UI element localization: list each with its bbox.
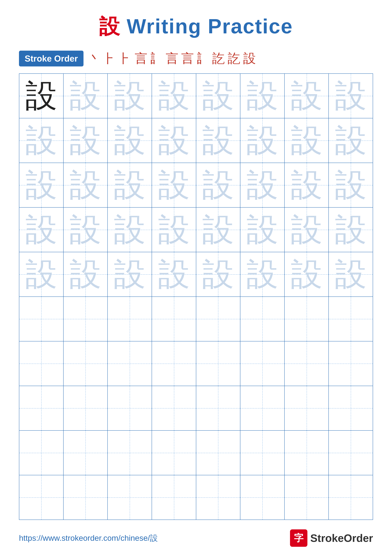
practice-char: 設	[114, 169, 145, 201]
grid-cell[interactable]: 設	[240, 163, 285, 207]
grid-cell[interactable]	[285, 475, 329, 519]
grid-cell[interactable]: 設	[152, 252, 196, 297]
grid-cell[interactable]	[108, 475, 152, 519]
grid-cell[interactable]: 設	[152, 208, 196, 252]
grid-cell[interactable]: 設	[196, 163, 241, 207]
grid-cell[interactable]	[329, 386, 373, 430]
grid-cell[interactable]	[240, 297, 285, 341]
practice-char: 設	[25, 125, 57, 156]
grid-cell[interactable]	[285, 431, 329, 475]
grid-cell[interactable]	[19, 386, 64, 430]
grid-cell[interactable]	[240, 386, 285, 430]
grid-cell[interactable]: 設	[285, 252, 329, 297]
stroke-step: ⺊	[119, 50, 132, 67]
grid-cell[interactable]	[240, 341, 285, 386]
grid-cell[interactable]	[329, 431, 373, 475]
grid-cell[interactable]	[285, 297, 329, 341]
stroke-step: ⺊	[104, 50, 116, 67]
grid-cell[interactable]: 設	[19, 163, 64, 207]
grid-cell[interactable]	[108, 297, 152, 341]
grid-cell[interactable]	[64, 431, 108, 475]
grid-cell[interactable]: 設	[240, 74, 285, 118]
grid-cell[interactable]: 設	[19, 118, 64, 163]
grid-cell[interactable]: 設	[329, 252, 373, 297]
grid-row	[19, 431, 373, 475]
grid-cell[interactable]: 設	[19, 208, 64, 252]
grid-cell[interactable]	[152, 341, 196, 386]
grid-cell[interactable]	[196, 341, 241, 386]
grid-cell[interactable]: 設	[285, 74, 329, 118]
grid-cell[interactable]	[196, 475, 241, 519]
practice-char: 設	[25, 214, 57, 246]
practice-char: 設	[202, 214, 234, 246]
grid-cell[interactable]: 設	[329, 163, 373, 207]
grid-cell[interactable]: 設	[152, 163, 196, 207]
grid-cell[interactable]: 設	[108, 252, 152, 297]
grid-cell[interactable]	[152, 297, 196, 341]
practice-char: 設	[158, 258, 190, 290]
grid-cell[interactable]	[240, 475, 285, 519]
grid-cell[interactable]: 設	[329, 118, 373, 163]
grid-cell[interactable]: 設	[108, 208, 152, 252]
grid-cell[interactable]: 設	[329, 74, 373, 118]
grid-cell[interactable]: 設	[152, 118, 196, 163]
grid-cell[interactable]: 設	[196, 208, 241, 252]
grid-cell[interactable]: 設	[240, 208, 285, 252]
practice-char: 設	[291, 80, 322, 112]
logo-icon: 字	[290, 529, 307, 547]
grid-cell[interactable]	[329, 297, 373, 341]
grid-cell[interactable]: 設	[240, 252, 285, 297]
grid-cell[interactable]	[285, 386, 329, 430]
grid-cell[interactable]	[64, 341, 108, 386]
grid-row	[19, 386, 373, 431]
grid-cell[interactable]	[64, 475, 108, 519]
grid-cell[interactable]: 設	[108, 118, 152, 163]
grid-cell[interactable]	[152, 386, 196, 430]
grid-cell[interactable]: 設	[19, 74, 64, 118]
grid-cell[interactable]	[64, 297, 108, 341]
grid-cell[interactable]	[152, 431, 196, 475]
grid-cell[interactable]: 設	[196, 252, 241, 297]
grid-cell[interactable]: 設	[152, 74, 196, 118]
grid-cell[interactable]	[19, 431, 64, 475]
grid-cell[interactable]: 設	[329, 208, 373, 252]
grid-cell[interactable]: 設	[240, 118, 285, 163]
grid-cell[interactable]: 設	[196, 74, 241, 118]
grid-cell[interactable]	[240, 431, 285, 475]
grid-cell[interactable]	[152, 475, 196, 519]
stroke-chars: 丶 ⺊ ⺊ 言 訁 言 言 訁 訖 訖 設	[88, 50, 256, 67]
practice-char: 設	[70, 169, 101, 201]
grid-cell[interactable]	[108, 386, 152, 430]
grid-cell[interactable]: 設	[64, 74, 108, 118]
stroke-step: 訁	[150, 50, 163, 67]
grid-cell[interactable]	[196, 386, 241, 430]
grid-cell[interactable]	[108, 341, 152, 386]
grid-cell[interactable]: 設	[19, 252, 64, 297]
grid-cell[interactable]: 設	[64, 163, 108, 207]
grid-cell[interactable]: 設	[285, 163, 329, 207]
grid-cell[interactable]	[19, 341, 64, 386]
grid-cell[interactable]: 設	[285, 208, 329, 252]
grid-cell[interactable]	[108, 431, 152, 475]
grid-cell[interactable]: 設	[285, 118, 329, 163]
grid-cell[interactable]	[64, 386, 108, 430]
grid-cell[interactable]	[285, 341, 329, 386]
practice-char: 設	[158, 80, 190, 112]
practice-char: 設	[202, 80, 234, 112]
grid-cell[interactable]: 設	[108, 163, 152, 207]
grid-cell[interactable]: 設	[196, 118, 241, 163]
grid-cell[interactable]: 設	[108, 74, 152, 118]
grid-cell[interactable]	[196, 297, 241, 341]
grid-cell[interactable]	[19, 297, 64, 341]
grid-cell[interactable]: 設	[64, 118, 108, 163]
practice-char: 設	[202, 169, 234, 201]
grid-cell[interactable]	[19, 475, 64, 519]
grid-cell[interactable]	[196, 431, 241, 475]
stroke-step: 訁	[197, 50, 209, 67]
practice-char: 設	[158, 125, 190, 156]
grid-cell[interactable]: 設	[64, 252, 108, 297]
grid-cell[interactable]	[329, 475, 373, 519]
practice-char: 設	[114, 125, 145, 156]
grid-cell[interactable]: 設	[64, 208, 108, 252]
grid-cell[interactable]	[329, 341, 373, 386]
